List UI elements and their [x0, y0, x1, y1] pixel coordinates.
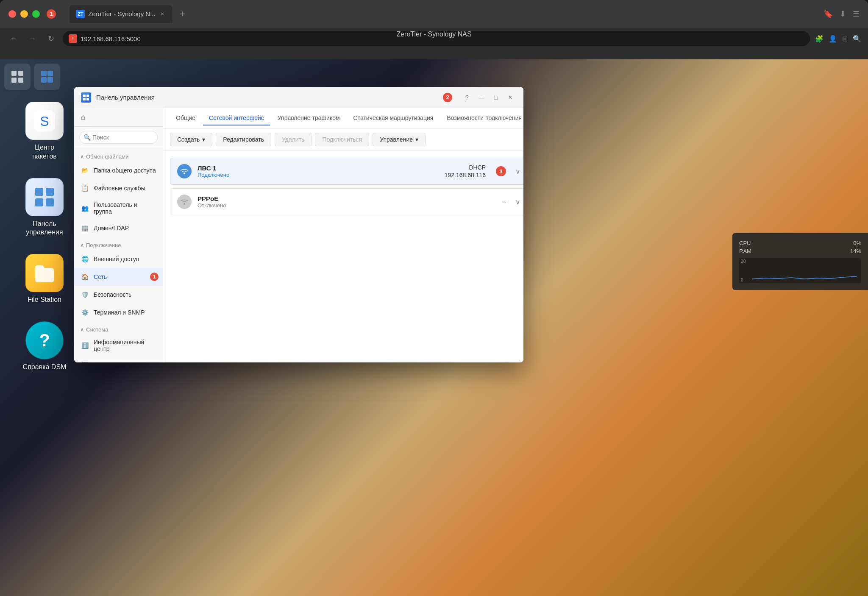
- desktop-icons: S Центрпакетов Панель управления: [17, 102, 72, 372]
- sidebar-item-login-portal[interactable]: 🔲 Портал для входа: [74, 356, 163, 362]
- tab-close-button[interactable]: ✕: [159, 11, 166, 17]
- maximize-traffic-light[interactable]: [32, 10, 40, 18]
- svg-rect-6: [41, 77, 47, 83]
- network-item-pppoe-row: PPPoE Отключено -- ∨: [170, 189, 523, 215]
- edit-button[interactable]: Редактировать: [216, 133, 271, 146]
- bookmark-icon[interactable]: 🔖: [823, 9, 833, 19]
- sidebar-search-wrap: 🔍: [79, 131, 158, 144]
- window-body: ⌂ 🔍 ∧ Обмен файлами 📂 Папка общего дос: [74, 108, 523, 362]
- edit-label: Редактировать: [223, 136, 264, 143]
- tab-static-routing[interactable]: Статическая маршрутизация: [348, 111, 440, 125]
- stats-chart: 20 0: [739, 258, 861, 283]
- svg-rect-0: [11, 71, 17, 76]
- pppoe-type: --: [502, 198, 506, 205]
- sidebar-item-file-services[interactable]: 📋 Файловые службы: [74, 179, 163, 197]
- collapse-icon[interactable]: ∧: [80, 242, 84, 248]
- lan1-info: ЛВС 1 Подключено: [198, 164, 439, 178]
- manage-label: Управление: [380, 136, 413, 143]
- taskbar-apps-button[interactable]: [4, 64, 31, 90]
- sidebar-item-external-access[interactable]: 🌐 Внешний доступ: [74, 250, 163, 268]
- tab-traffic-control[interactable]: Управление трафиком: [272, 111, 346, 125]
- extensions-icon[interactable]: 🧩: [815, 35, 823, 43]
- manage-button[interactable]: Управление ▾: [373, 133, 426, 146]
- sidebar-item-label: Домен/LDAP: [94, 225, 129, 231]
- tab-favicon: ZT: [76, 10, 85, 18]
- svg-rect-5: [47, 71, 53, 76]
- sidebar-item-domain-ldap[interactable]: 🏢 Домен/LDAP: [74, 219, 163, 237]
- desktop-icon-package-center[interactable]: S Центрпакетов: [17, 102, 72, 161]
- svg-rect-4: [41, 71, 47, 76]
- search-browser-icon[interactable]: 🔍: [853, 35, 861, 43]
- collapse-icon[interactable]: ∧: [80, 153, 84, 160]
- browser-actions: 🔖 ⬇ ☰: [823, 9, 860, 19]
- network-toolbar: Создать ▾ Редактировать Удалить Подключи…: [163, 128, 523, 151]
- window-help-button[interactable]: ?: [461, 91, 473, 104]
- profile-icon[interactable]: 👤: [829, 35, 837, 43]
- collapse-icon[interactable]: ∧: [80, 326, 84, 333]
- lan1-status-text: Подключено: [198, 172, 439, 178]
- sidebar-item-label: Файловые службы: [94, 185, 145, 192]
- delete-label: Удалить: [282, 136, 304, 143]
- sidebar-item-shared-folder[interactable]: 📂 Папка общего доступа: [74, 162, 163, 179]
- new-tab-button[interactable]: +: [176, 7, 189, 21]
- stats-panel: CPU 0% RAM 14% 20 0: [732, 233, 868, 290]
- close-traffic-light[interactable]: [8, 10, 16, 18]
- window-maximize-button[interactable]: □: [490, 91, 502, 104]
- pppoe-name: PPPoE: [198, 195, 496, 202]
- connect-button[interactable]: Подключиться: [315, 133, 369, 146]
- back-button[interactable]: ←: [7, 32, 20, 45]
- tab-network-interface[interactable]: Сетевой интерфейс: [203, 111, 270, 125]
- sidebar-search-input[interactable]: [79, 131, 158, 144]
- cpu-label: CPU: [739, 240, 751, 246]
- control-panel-window: Панель управления 2 ? — □ × ⌂: [74, 87, 523, 362]
- toolbar-actions: 🧩 👤 ⊞ 🔍: [815, 35, 861, 43]
- pppoe-expand-button[interactable]: ∨: [515, 198, 520, 206]
- desktop-icon-control-panel[interactable]: Панель управления: [17, 178, 72, 237]
- sidebar-item-network[interactable]: 🏠 Сеть 1: [74, 268, 163, 286]
- tab-badge: 1: [47, 9, 56, 19]
- control-panel-label: Панель управления: [17, 220, 72, 237]
- tab-general[interactable]: Общие: [170, 111, 201, 125]
- create-button[interactable]: Создать ▾: [170, 133, 212, 146]
- delete-button[interactable]: Удалить: [275, 133, 312, 146]
- create-dropdown-icon: ▾: [202, 136, 205, 143]
- svg-rect-13: [46, 198, 54, 206]
- desktop-icon-dsm-help[interactable]: ? Справка DSM: [17, 321, 72, 372]
- browser-tab-zerotier[interactable]: ZT ZeroTier - Synology N... ✕: [70, 5, 172, 23]
- network-item-pppoe[interactable]: PPPoE Отключено -- ∨: [170, 188, 523, 215]
- external-access-icon: 🌐: [80, 254, 89, 264]
- download-icon[interactable]: ⬇: [840, 9, 846, 19]
- window-close-button[interactable]: ×: [504, 91, 517, 104]
- svg-rect-2: [11, 78, 17, 83]
- grid-icon[interactable]: ⊞: [842, 35, 848, 43]
- taskbar-control-panel-button[interactable]: [34, 64, 60, 90]
- network-list: ЛВС 1 Подключено DHCP 192.168.68.116 3 ∨: [163, 151, 523, 226]
- sidebar-item-security[interactable]: 🛡️ Безопасность: [74, 286, 163, 304]
- lan1-status-icon: [177, 164, 192, 178]
- window-minimize-button[interactable]: —: [475, 91, 488, 104]
- sidebar-item-user-group[interactable]: 👥 Пользователь и группа: [74, 197, 163, 219]
- lan1-details: DHCP 192.168.68.116: [445, 164, 486, 178]
- stats-cpu-row: CPU 0%: [739, 240, 861, 246]
- svg-rect-10: [35, 188, 43, 196]
- menu-icon[interactable]: ☰: [853, 9, 860, 19]
- svg-rect-11: [46, 188, 54, 196]
- network-item-lan1-row: ЛВС 1 Подключено DHCP 192.168.68.116 3 ∨: [170, 158, 523, 184]
- sidebar-item-label: Внешний доступ: [94, 256, 139, 262]
- user-group-icon: 👥: [80, 203, 89, 213]
- tab-connectivity-options[interactable]: Возможности подключения: [441, 111, 523, 125]
- sidebar-item-terminal-snmp[interactable]: ⚙️ Терминал и SNMP: [74, 304, 163, 321]
- sidebar-home-button[interactable]: ⌂: [74, 109, 92, 126]
- minimize-traffic-light[interactable]: [20, 10, 28, 18]
- sidebar-item-label: Папка общего доступа: [94, 167, 156, 174]
- lan1-type: DHCP: [469, 164, 486, 171]
- lan1-expand-button[interactable]: ∨: [515, 167, 520, 175]
- manage-dropdown-icon: ▾: [415, 136, 418, 143]
- sidebar-item-info-center[interactable]: ℹ️ Информационный центр: [74, 334, 163, 356]
- taskbar-left: [4, 64, 60, 90]
- network-item-lan1[interactable]: ЛВС 1 Подключено DHCP 192.168.68.116 3 ∨: [170, 158, 523, 185]
- desktop-icon-file-station[interactable]: File Station: [17, 254, 72, 304]
- svg-rect-7: [47, 77, 53, 83]
- mem-label: RAM: [739, 248, 751, 254]
- refresh-button[interactable]: ↻: [44, 32, 58, 45]
